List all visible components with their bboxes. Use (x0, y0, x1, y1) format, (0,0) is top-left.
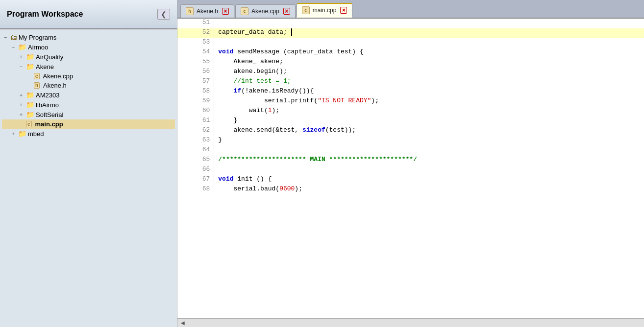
root-icon: 🗂 (10, 33, 17, 41)
table-row: 55 Akene_ akene; (177, 58, 644, 68)
line-number: 57 (177, 77, 214, 87)
tree-item-my-programs[interactable]: − 🗂 My Programs (2, 32, 175, 42)
tree-label-softserial: SoftSerial (36, 111, 63, 118)
tree-label-am2303: AM2303 (36, 92, 59, 99)
line-code (214, 165, 644, 175)
table-row: 53 (177, 38, 644, 48)
tree-item-airquality[interactable]: + 📁 AirQuality (2, 52, 175, 62)
tree-toggle-softserial[interactable]: + (18, 112, 25, 117)
table-row: 60 wait(1); (177, 107, 644, 117)
table-row: 61 } (177, 117, 644, 126)
tree-label-main-cpp: main.cpp (35, 120, 63, 128)
editor-scrollbar-bottom[interactable]: ◀ (177, 318, 644, 327)
line-code: Akene_ akene; (214, 58, 644, 68)
tree-item-akene[interactable]: − 📁 Akene (2, 62, 175, 71)
table-row: 52 capteur_data data; (177, 28, 644, 38)
tab-bar: h Akene.h × c Akene.cpp × c main.cpp × (177, 0, 644, 19)
line-number: 54 (177, 48, 214, 58)
folder-icon-libairmo: 📁 (26, 101, 34, 109)
code-editor[interactable]: 51 52 capteur_data data; 53 54 void send… (177, 19, 644, 318)
tab-akene-cpp[interactable]: c Akene.cpp × (235, 4, 296, 18)
folder-icon-mbed: 📁 (18, 130, 26, 138)
main-layout: Program Workspace ❮ − 🗂 My Programs − 📁 … (0, 0, 644, 327)
line-code (214, 19, 644, 28)
line-number: 62 (177, 126, 214, 136)
line-code (214, 146, 644, 156)
line-number: 53 (177, 38, 214, 48)
tree-item-libairmo[interactable]: + 📁 libAirmo (2, 100, 175, 110)
line-number: 51 (177, 19, 214, 28)
code-table: 51 52 capteur_data data; 53 54 void send… (177, 19, 644, 195)
line-number: 65 (177, 156, 214, 165)
folder-icon-am2303: 📁 (26, 91, 34, 99)
table-row: 62 akene.send(&test, sizeof(test)); (177, 126, 644, 136)
collapse-button[interactable]: ❮ (157, 9, 170, 20)
line-code (214, 38, 644, 48)
tab-label-akene-h: Akene.h (197, 8, 218, 15)
file-icon-main-cpp: c (26, 121, 32, 127)
table-row: 67 void init () { (177, 175, 644, 185)
tab-main-cpp[interactable]: c main.cpp × (297, 3, 353, 18)
line-code: void sendMessage (capteur_data test) { (214, 48, 644, 58)
table-row: 64 (177, 146, 644, 156)
line-number: 66 (177, 165, 214, 175)
line-code: if(!akene.isReady()){ (214, 87, 644, 97)
table-row: 66 (177, 165, 644, 175)
tree-label-mbed: mbed (28, 130, 44, 138)
table-row: 59 serial.printf("IS NOT READY"); (177, 97, 644, 107)
table-row: 54 void sendMessage (capteur_data test) … (177, 48, 644, 58)
line-number: 67 (177, 175, 214, 185)
line-code: //int test = 1; (214, 77, 644, 87)
line-number: 64 (177, 146, 214, 156)
tab-close-akene-h[interactable]: × (222, 8, 229, 15)
tree-toggle-libairmo[interactable]: + (18, 102, 25, 108)
line-code: } (214, 136, 644, 146)
tree-toggle-my-programs[interactable]: − (2, 34, 9, 40)
scroll-left-icon[interactable]: ◀ (179, 320, 186, 326)
line-number: 68 (177, 185, 214, 195)
table-row: 57 //int test = 1; (177, 77, 644, 87)
line-number: 52 (177, 28, 214, 38)
tab-icon-akene-cpp: c (241, 7, 248, 15)
tree-label-akene: Akene (36, 63, 54, 70)
line-code: akene.begin(); (214, 68, 644, 77)
editor-panel: h Akene.h × c Akene.cpp × c main.cpp × (177, 0, 644, 327)
sidebar-header: Program Workspace ❮ (0, 0, 177, 29)
tree-item-am2303[interactable]: + 📁 AM2303 (2, 90, 175, 100)
folder-icon-softserial: 📁 (26, 111, 34, 118)
line-number: 61 (177, 117, 214, 126)
line-number: 63 (177, 136, 214, 146)
table-row: 68 serial.baud(9600); (177, 185, 644, 195)
tree-label-akene-cpp: Akene.cpp (43, 72, 73, 80)
tab-label-akene-cpp: Akene.cpp (251, 8, 279, 15)
line-code: akene.send(&test, sizeof(test)); (214, 126, 644, 136)
tree-toggle-airquality[interactable]: + (18, 54, 25, 60)
tree-label-akene-h: Akene.h (43, 82, 67, 89)
folder-icon-airmoo: 📁 (18, 43, 26, 51)
tab-akene-h[interactable]: h Akene.h × (180, 4, 234, 18)
table-row: 58 if(!akene.isReady()){ (177, 87, 644, 97)
line-number: 60 (177, 107, 214, 117)
tree-item-akene-cpp[interactable]: c Akene.cpp (2, 71, 175, 81)
table-row: 65 /********************** MAIN ********… (177, 156, 644, 165)
tab-close-akene-cpp[interactable]: × (283, 8, 290, 15)
tree-toggle-am2303[interactable]: + (18, 92, 25, 98)
tree-toggle-akene[interactable]: − (18, 64, 25, 70)
tree-label-my-programs: My Programs (19, 34, 56, 41)
line-number: 55 (177, 58, 214, 68)
tree-item-airmoo[interactable]: − 📁 Airmoo (2, 42, 175, 52)
tab-icon-main-cpp: c (302, 6, 310, 14)
line-code: void init () { (214, 175, 644, 185)
line-code: serial.printf("IS NOT READY"); (214, 97, 644, 107)
tree-toggle-airmoo[interactable]: − (10, 44, 17, 50)
folder-icon-akene: 📁 (26, 63, 34, 70)
tree-label-libairmo: libAirmo (36, 101, 59, 109)
tree-item-mbed[interactable]: + 📁 mbed (2, 129, 175, 139)
tree-item-main-cpp[interactable]: c main.cpp (2, 119, 175, 129)
sidebar-title: Program Workspace (7, 10, 83, 19)
tab-close-main-cpp[interactable]: × (340, 7, 347, 14)
tree-item-softserial[interactable]: + 📁 SoftSerial (2, 110, 175, 119)
tree-item-akene-h[interactable]: h Akene.h (2, 81, 175, 90)
tree-toggle-mbed[interactable]: + (10, 131, 17, 137)
line-code: capteur_data data; (214, 28, 644, 38)
